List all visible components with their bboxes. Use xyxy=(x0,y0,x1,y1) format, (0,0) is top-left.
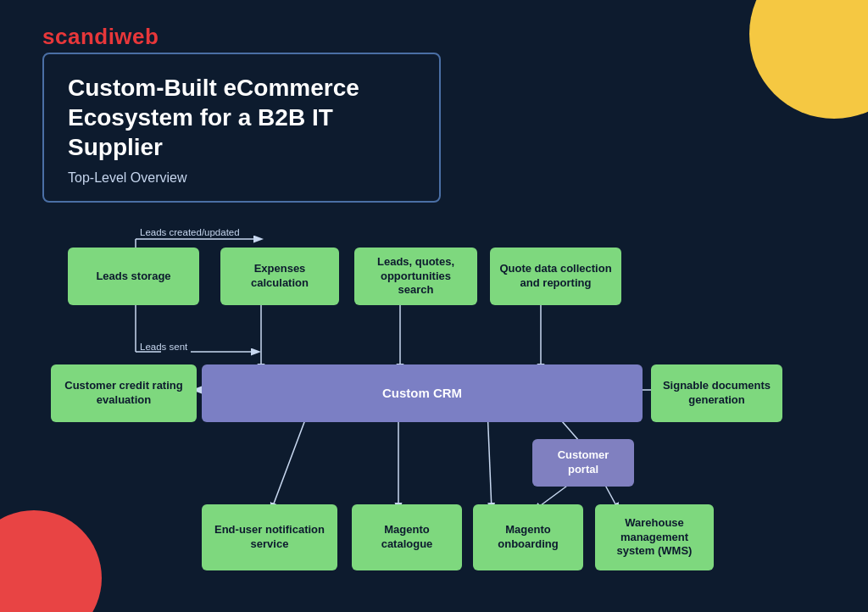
diagram: Leads created/updated Leads sent Leads s… xyxy=(42,220,822,593)
svg-line-10 xyxy=(271,409,309,510)
expenses-calculation-box: Expenses calculation xyxy=(220,248,339,305)
magento-onboarding-box: Magento onboarding xyxy=(473,504,583,570)
signable-docs-box: Signable documents generation xyxy=(651,364,782,422)
leads-created-label: Leads created/updated xyxy=(140,227,240,237)
leads-storage-box: Leads storage xyxy=(68,248,199,305)
magento-catalogue-box: Magento catalogue xyxy=(352,504,462,570)
page-subtitle: Top-Level Overview xyxy=(68,170,415,186)
customer-portal-box: Customer portal xyxy=(532,439,634,487)
custom-crm-box: Custom CRM xyxy=(202,364,643,422)
warehouse-box: Warehouse management system (WMS) xyxy=(595,504,714,570)
logo: scandiweb xyxy=(42,24,159,50)
decorative-circle-yellow xyxy=(749,0,868,119)
page-title: Custom-Built eCommerce Ecosystem for a B… xyxy=(68,73,415,162)
customer-credit-box: Customer credit rating evaluation xyxy=(51,364,197,422)
title-box: Custom-Built eCommerce Ecosystem for a B… xyxy=(42,53,441,203)
svg-line-12 xyxy=(487,409,492,510)
leads-quotes-box: Leads, quotes, opportunities search xyxy=(354,248,477,305)
quote-data-box: Quote data collection and reporting xyxy=(490,248,621,305)
end-user-notification-box: End-user notification service xyxy=(202,504,337,570)
leads-sent-label: Leads sent xyxy=(140,342,187,352)
